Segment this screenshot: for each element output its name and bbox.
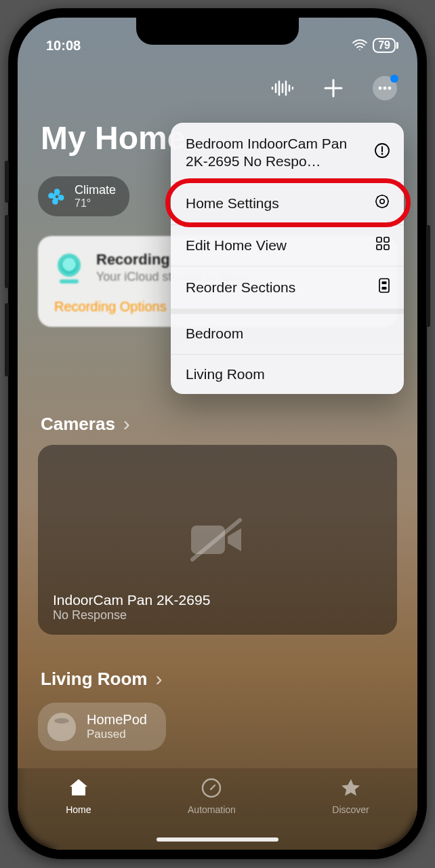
svg-rect-8	[384, 237, 389, 242]
climate-chip[interactable]: Climate 71°	[38, 176, 129, 216]
climate-label: Climate	[75, 183, 116, 197]
menu-item-living-room[interactable]: Living Room	[171, 354, 404, 394]
webcam-icon	[54, 254, 84, 283]
homepod-tile[interactable]: HomePod Paused	[38, 703, 166, 751]
volume-down	[5, 303, 9, 376]
camera-card[interactable]: IndoorCam Pan 2K-2695 No Response	[38, 445, 397, 635]
home-icon	[67, 776, 90, 802]
add-button[interactable]	[320, 75, 347, 102]
svg-point-5	[376, 195, 388, 208]
svg-point-4	[381, 153, 384, 155]
clock-icon	[200, 776, 223, 802]
page-title: My Home	[41, 119, 185, 157]
ellipsis-icon	[373, 76, 397, 100]
living-room-header[interactable]: Living Room	[41, 667, 162, 690]
svg-rect-11	[379, 279, 389, 292]
homepod-status: Paused	[87, 728, 147, 741]
menu-item-bedroom[interactable]: Bedroom	[171, 309, 404, 353]
homepod-icon	[47, 713, 76, 741]
homepod-name: HomePod	[87, 712, 147, 728]
svg-rect-9	[377, 245, 381, 250]
intercom-button[interactable]	[268, 75, 295, 102]
alert-icon	[374, 142, 390, 163]
status-chips: Climate 71°	[38, 176, 129, 216]
svg-rect-7	[377, 237, 381, 242]
phone-frame: 10:08 79	[8, 8, 427, 859]
menu-item-edit-home-view[interactable]: Edit Home View	[171, 224, 404, 266]
star-icon	[339, 776, 362, 802]
tab-discover[interactable]: Discover	[332, 776, 369, 815]
svg-rect-12	[382, 281, 387, 284]
tab-automation[interactable]: Automation	[188, 776, 236, 815]
svg-point-2	[388, 87, 392, 90]
menu-item-home-settings[interactable]: Home Settings	[171, 182, 404, 224]
reorder-icon	[378, 277, 390, 298]
tab-home[interactable]: Home	[66, 776, 91, 815]
power-button	[426, 225, 430, 327]
screen: 10:08 79	[18, 18, 417, 850]
svg-rect-13	[382, 287, 387, 290]
svg-rect-10	[384, 245, 389, 250]
camera-status: No Response	[53, 608, 210, 623]
climate-value: 71°	[75, 197, 116, 210]
fan-icon	[47, 187, 66, 206]
status-time: 10:08	[46, 38, 81, 54]
gear-icon	[374, 193, 390, 214]
cameras-header[interactable]: Cameras	[41, 412, 130, 435]
camera-name: IndoorCam Pan 2K-2695	[53, 592, 210, 608]
grid-icon	[375, 236, 390, 255]
more-button[interactable]	[371, 75, 398, 102]
menu-item-reorder-sections[interactable]: Reorder Sections	[171, 266, 404, 309]
volume-up	[5, 215, 9, 288]
menu-item-no-response[interactable]: Bedroom IndoorCam Pan 2K-2695 No Respo…	[171, 123, 404, 182]
home-indicator[interactable]	[157, 837, 278, 842]
mute-switch	[5, 161, 9, 203]
svg-point-6	[380, 199, 384, 203]
overflow-menu: Bedroom IndoorCam Pan 2K-2695 No Respo… …	[171, 123, 404, 394]
tab-bar: Home Automation Discover	[18, 768, 417, 850]
svg-point-1	[384, 87, 387, 90]
svg-point-0	[379, 87, 382, 90]
wifi-icon	[352, 38, 367, 54]
battery-indicator: 79	[373, 38, 396, 53]
toolbar	[268, 75, 398, 102]
notch	[136, 18, 299, 45]
svg-rect-14	[191, 526, 225, 554]
